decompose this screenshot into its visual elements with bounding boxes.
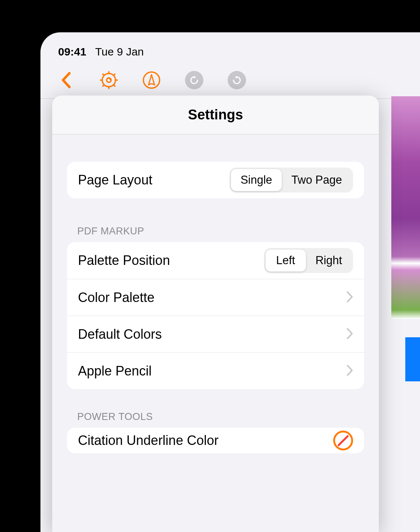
- default-colors-row[interactable]: Default Colors: [67, 316, 364, 352]
- chevron-right-icon: [346, 328, 353, 341]
- device-frame: 09:41 Tue 9 Jan: [0, 0, 420, 532]
- citation-color-swatch-icon: [333, 431, 353, 450]
- section-header-pdf-markup: PDF MARKUP: [67, 226, 364, 242]
- background-blue-strip: [405, 337, 420, 381]
- pdf-markup-card: Palette Position Left Right Color Palett…: [67, 242, 364, 389]
- device-bezel: 09:41 Tue 9 Jan: [11, 7, 420, 532]
- screen: 09:41 Tue 9 Jan: [40, 32, 420, 532]
- popover-body[interactable]: Page Layout Single Two Page PDF MARKUP P…: [52, 134, 379, 453]
- popover-header: Settings: [52, 96, 379, 134]
- color-palette-label: Color Palette: [78, 290, 154, 305]
- palette-position-label: Palette Position: [78, 253, 170, 268]
- undo-icon: [185, 71, 203, 89]
- redo-button[interactable]: [227, 71, 246, 90]
- status-bar: 09:41 Tue 9 Jan: [40, 32, 420, 61]
- chevron-left-icon: [61, 72, 71, 88]
- gear-icon: [100, 71, 118, 89]
- background-photo-peek: [391, 96, 420, 319]
- section-header-power-tools: POWER TOOLS: [67, 411, 364, 428]
- chevron-right-icon: [346, 365, 353, 377]
- page-layout-segmented[interactable]: Single Two Page: [229, 168, 353, 193]
- default-colors-label: Default Colors: [78, 327, 162, 342]
- page-layout-row: Page Layout Single Two Page: [67, 162, 364, 198]
- status-time: 09:41: [58, 46, 86, 58]
- page-layout-card: Page Layout Single Two Page: [67, 162, 364, 198]
- page-layout-label: Page Layout: [78, 172, 152, 188]
- palette-position-segmented[interactable]: Left Right: [264, 248, 353, 273]
- toolbar: [40, 61, 420, 98]
- color-palette-row[interactable]: Color Palette: [67, 279, 364, 316]
- settings-popover: Settings Page Layout Single Two Page: [52, 96, 379, 532]
- redo-icon: [228, 71, 246, 89]
- apple-pencil-label: Apple Pencil: [78, 363, 152, 379]
- citation-underline-color-label: Citation Underline Color: [78, 433, 218, 448]
- apple-pencil-row[interactable]: Apple Pencil: [67, 352, 364, 389]
- chevron-right-icon: [346, 291, 353, 304]
- popover-title: Settings: [188, 107, 243, 123]
- undo-button[interactable]: [185, 71, 204, 90]
- palette-position-option-right[interactable]: Right: [306, 249, 352, 272]
- citation-underline-color-row[interactable]: Citation Underline Color: [67, 428, 364, 453]
- markup-tip-icon: [142, 71, 161, 89]
- palette-position-row: Palette Position Left Right: [67, 242, 364, 279]
- back-button[interactable]: [57, 71, 76, 90]
- page-layout-option-two-page[interactable]: Two Page: [282, 169, 352, 191]
- status-date: Tue 9 Jan: [95, 46, 144, 58]
- palette-position-option-left[interactable]: Left: [266, 249, 306, 272]
- settings-button[interactable]: [99, 71, 118, 90]
- page-layout-option-single[interactable]: Single: [231, 169, 282, 191]
- markup-button[interactable]: [142, 71, 161, 90]
- power-tools-card: Citation Underline Color: [67, 428, 364, 453]
